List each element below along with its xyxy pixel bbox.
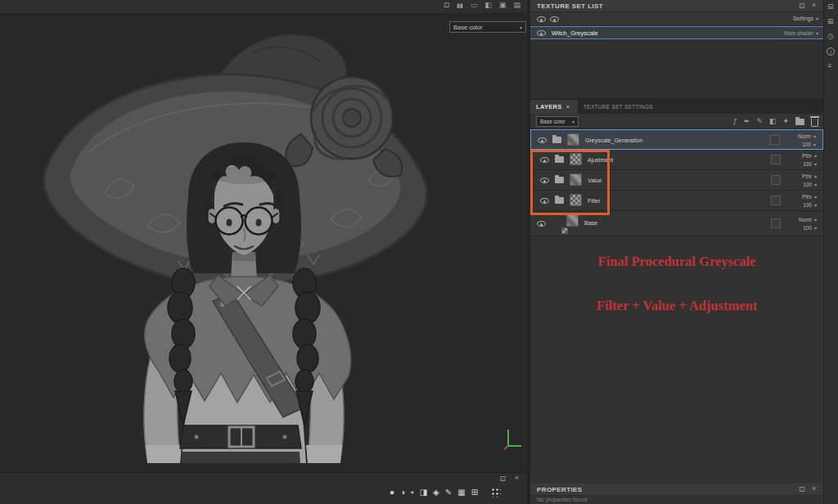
visibility-eye-icon[interactable]	[537, 221, 546, 227]
paint-layer-icon[interactable]: ✎	[756, 118, 763, 125]
layer-blend-controls[interactable]: Pthr▾ 100▾	[802, 152, 817, 169]
material-eye-icon[interactable]	[550, 16, 559, 22]
texture-set-list-body	[530, 39, 823, 98]
pause-icon[interactable]: ▮▮	[457, 2, 463, 8]
display-settings-icon[interactable]: ▤	[513, 2, 520, 9]
close-icon[interactable]: ×	[812, 2, 816, 9]
display-mode-toolbar: ● ◑ ▪ ◨ ◈ ✎ ▦ ⊞	[390, 487, 501, 497]
texture-set-row[interactable]: Witch_Greyscale Main shader▾	[530, 26, 823, 39]
blend-mode[interactable]: Pthr	[802, 173, 812, 179]
fill-layer-icon[interactable]: ◧	[769, 118, 777, 125]
opacity-value[interactable]: 100	[803, 225, 812, 231]
character-model[interactable]	[7, 20, 524, 470]
tab-layers[interactable]: LAYERS ×	[530, 100, 578, 114]
chevron-down-icon: ▾	[572, 119, 574, 124]
uv-view-icon[interactable]: ◈	[433, 488, 439, 497]
symmetry-icon[interactable]: ◧	[484, 2, 492, 9]
grid-view-icon[interactable]: ▦	[457, 488, 465, 497]
camera-icon[interactable]: ▣	[499, 2, 507, 9]
chevron-down-icon: ▾	[814, 203, 817, 208]
substance-painter-window: ⊡ ▮▮ ▭ ◧ ▣ ▤ Base color ▾	[0, 0, 838, 504]
viewport-toolbar: ⊡ ▮▮ ▭ ◧ ▣ ▤	[0, 0, 527, 14]
delete-layer-icon[interactable]	[811, 119, 818, 127]
shader-label: Main shader	[784, 30, 813, 36]
axis-gizmo	[502, 427, 525, 450]
blend-mode[interactable]: Pthr	[802, 153, 812, 159]
frame-icon[interactable]: ⊡	[444, 2, 450, 9]
layer-thumbnail[interactable]	[567, 133, 579, 146]
chevron-down-icon: ▾	[816, 16, 818, 21]
undock-icon[interactable]: ⊡	[799, 2, 805, 10]
bottom-dock-panel: ⊡ × ● ◑ ▪ ◨ ◈ ✎ ▦ ⊞	[0, 472, 527, 504]
layer-content-thumbnail[interactable]	[561, 227, 568, 234]
chevron-down-icon: ▾	[814, 182, 817, 187]
smart-material-icon[interactable]: ✦	[782, 118, 789, 125]
chevron-down-icon: ▾	[816, 31, 818, 36]
add-mask-icon[interactable]: ✒	[744, 118, 750, 125]
layer-name[interactable]: Greyscale_Generation	[585, 137, 642, 143]
brush-icon[interactable]: ✎	[445, 488, 452, 497]
annotation-line-1: Final Procedural Greyscale	[530, 254, 823, 270]
chevron-down-icon: ▾	[814, 226, 817, 231]
shader-dropdown[interactable]: Main shader▾	[784, 30, 818, 36]
layer-row-greyscale-generation[interactable]: Greyscale_Generation Norm▾ 100▾	[530, 129, 823, 150]
opacity-value[interactable]: 100	[803, 161, 812, 167]
blend-mode[interactable]: Pthr	[802, 194, 812, 200]
texture-set-name: Witch_Greyscale	[552, 29, 598, 37]
opacity-value[interactable]: 100	[802, 142, 811, 147]
history-icon[interactable]: ◷	[827, 33, 834, 40]
tab-settings-label: TEXTURE SET SETTINGS	[583, 104, 653, 110]
layer-blend-controls[interactable]: Pthr▾ 100▾	[802, 193, 817, 209]
settings-label: Settings	[793, 16, 813, 21]
material-mode-icon[interactable]: ●	[390, 488, 394, 497]
opacity-value[interactable]: 100	[803, 182, 812, 187]
visibility-eye-icon[interactable]	[537, 16, 546, 22]
list-icon[interactable]: ≡	[827, 62, 831, 70]
blend-mode[interactable]: Norm	[799, 217, 812, 223]
layer-thumbnail[interactable]	[566, 214, 579, 227]
layer-channel-box[interactable]	[771, 218, 781, 228]
close-icon[interactable]: ×	[812, 485, 816, 493]
folder-icon	[552, 137, 561, 143]
chevron-down-icon: ▾	[814, 162, 817, 167]
chevron-down-icon: ▾	[813, 134, 816, 139]
window-layout-icon[interactable]: ⊞	[471, 488, 478, 497]
layer-blend-controls[interactable]: Pthr▾ 100▾	[802, 173, 817, 189]
panels-icon[interactable]: ⊞	[827, 18, 834, 25]
layers-channel-dropdown[interactable]: Base color ▾	[536, 116, 579, 127]
tab-texture-set-settings[interactable]: TEXTURE SET SETTINGS	[578, 100, 663, 114]
undock-icon[interactable]: ⊡	[799, 486, 805, 493]
layers-toolbar: Base color ▾ ƒ ✒ ✎ ◧ ✦	[530, 114, 823, 129]
layer-channel-box[interactable]	[771, 175, 781, 185]
undock-icon[interactable]: ⊡	[499, 475, 506, 483]
texture-mode-icon[interactable]: ▪	[411, 488, 414, 497]
layer-channel-box[interactable]	[770, 135, 780, 145]
layer-channel-box[interactable]	[771, 155, 781, 164]
layer-blend-controls[interactable]: Norm▾ 100▾	[798, 133, 816, 149]
shaded-mode-icon[interactable]: ◑	[400, 488, 405, 497]
layer-name[interactable]: Base	[584, 220, 597, 226]
visibility-eye-icon[interactable]	[537, 30, 546, 36]
layer-channel-box[interactable]	[771, 196, 781, 205]
blend-mode[interactable]: Norm	[798, 133, 811, 139]
split-view-icon[interactable]: ◨	[420, 488, 427, 497]
viewport-3d[interactable]: ⊡ ▮▮ ▭ ◧ ▣ ▤ Base color ▾	[0, 0, 527, 504]
chevron-down-icon: ▾	[814, 154, 817, 159]
close-icon[interactable]: ×	[515, 475, 519, 482]
add-folder-icon[interactable]	[795, 119, 804, 125]
right-dock-panel: TEXTURE SET LIST ⊡ × Settings▾ Witch_Gre…	[530, 0, 823, 504]
layers-channel-value: Base color	[540, 119, 565, 124]
annotation-line-2: Filter + Value + Adjustment	[530, 298, 823, 314]
info-icon[interactable]: i	[827, 47, 835, 56]
add-effect-icon[interactable]: ƒ	[733, 118, 737, 125]
opacity-value[interactable]: 100	[803, 202, 812, 208]
close-tab-icon[interactable]: ×	[566, 104, 570, 110]
texture-set-list-header: TEXTURE SET LIST ⊡ ×	[530, 0, 823, 12]
layer-blend-controls[interactable]: Norm▾ 100▾	[799, 216, 817, 232]
menu-grid-icon[interactable]	[490, 487, 501, 497]
settings-dropdown[interactable]: Settings▾	[793, 16, 818, 21]
dock-layout-icon[interactable]: ⊟	[827, 3, 834, 11]
visibility-eye-icon[interactable]	[538, 137, 547, 143]
chevron-down-icon: ▾	[814, 174, 817, 179]
rect-select-icon[interactable]: ▭	[471, 2, 478, 9]
